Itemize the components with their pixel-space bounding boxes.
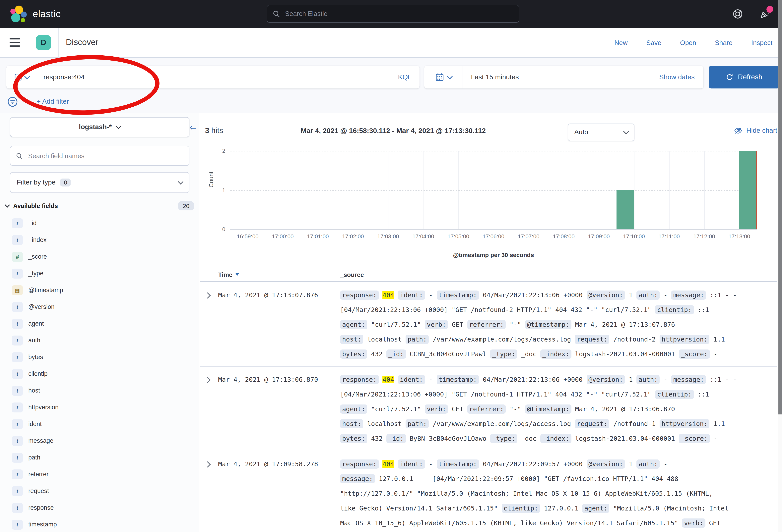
source-field-key: @version: <box>586 459 625 469</box>
source-field-value: - <box>429 460 433 468</box>
source-field-value-highlighted: 404 <box>383 291 394 299</box>
filter-by-type-select[interactable]: Filter by type 0 <box>10 172 189 193</box>
top-nav-menu: New Save Open Share Inspect <box>614 28 777 58</box>
sidebar-field-agent[interactable]: t agent <box>6 315 194 332</box>
source-field-value: /var/www/example.com/logs/access.log <box>433 336 571 343</box>
source-field-value: - <box>664 376 667 383</box>
source-field-value: Mar 4, 2021 @ 17:13:06.870 <box>575 405 675 413</box>
source-field-key: @timestamp: <box>525 320 571 329</box>
expand-document-icon[interactable] <box>204 377 211 383</box>
sidebar-field-_type[interactable]: t _type <box>6 265 194 282</box>
sidebar-field-auth[interactable]: t auth <box>6 332 194 349</box>
query-text[interactable]: response:404 <box>37 73 390 81</box>
time-range-value[interactable]: Last 15 minutes <box>471 73 519 81</box>
source-field-value: _doc <box>521 350 537 358</box>
source-field-value: 432 <box>371 435 383 442</box>
table-header: Time _source <box>200 268 777 282</box>
x-tick-label: 17:07:00 <box>518 233 539 239</box>
source-field-value: 432 <box>371 350 383 358</box>
source-field-key: @version: <box>586 291 625 300</box>
expand-document-icon[interactable] <box>204 292 211 299</box>
source-field-value: 04/Mar/2021:22:13:06 +0000 <box>483 291 582 299</box>
share-button[interactable]: Share <box>715 39 733 47</box>
query-bar-region: response:404 KQL Last 15 minutes Show da… <box>0 58 782 113</box>
show-dates-button[interactable]: Show dates <box>659 73 695 81</box>
sidebar-field-ident[interactable]: t ident <box>6 416 194 432</box>
sidebar-field-timestamp[interactable]: t timestamp <box>6 516 194 532</box>
sidebar-field-bytes[interactable]: t bytes <box>6 349 194 366</box>
index-pattern-selector[interactable]: logstash-* <box>10 117 189 137</box>
doc-source: response: 404 ident: - timestamp: 04/Mar… <box>340 457 777 530</box>
doc-time: Mar 4, 2021 @ 17:13:06.870 <box>218 372 340 446</box>
source-field-key: message: <box>671 291 706 300</box>
sidebar-field-referrer[interactable]: t referrer <box>6 466 194 483</box>
refresh-button[interactable]: Refresh <box>709 66 780 88</box>
sidebar-field-_id[interactable]: t _id <box>6 215 194 231</box>
sidebar-field-message[interactable]: t message <box>6 432 194 449</box>
source-column-header[interactable]: _source <box>340 271 777 278</box>
histogram-plot[interactable] <box>230 151 757 230</box>
date-quick-select-button[interactable] <box>424 66 463 88</box>
hide-chart-button[interactable]: Hide chart <box>734 126 777 135</box>
sidebar-field-httpversion[interactable]: t httpversion <box>6 399 194 416</box>
add-filter-button[interactable]: + Add filter <box>37 98 69 106</box>
source-line: [04/Mar/2021:22:13:06 +0000] "GET /notfo… <box>340 302 777 317</box>
new-button[interactable]: New <box>614 39 628 47</box>
scrollbar-thumb[interactable] <box>778 0 782 414</box>
x-tick-label: 17:05:00 <box>448 233 469 239</box>
open-button[interactable]: Open <box>680 39 696 47</box>
histogram-bar-17:13:00[interactable] <box>739 151 757 229</box>
x-tick-label: 17:02:00 <box>342 233 364 239</box>
sidebar-field-host[interactable]: t host <box>6 382 194 399</box>
sidebar-field-clientip[interactable]: t clientip <box>6 366 194 382</box>
sidebar-field-request[interactable]: t request <box>6 483 194 499</box>
help-icon[interactable] <box>733 9 743 19</box>
source-field-key: ident: <box>398 291 425 300</box>
discover-app-badge[interactable]: D <box>36 35 51 50</box>
inspect-button[interactable]: Inspect <box>751 39 773 47</box>
filter-icon[interactable] <box>7 96 18 107</box>
histogram-bar-17:09:30[interactable] <box>616 190 634 229</box>
saved-query-menu-button[interactable] <box>6 66 37 88</box>
newsfeed-icon[interactable] <box>760 9 770 19</box>
source-line: bytes: 432 _id: ByBN_3cB04dGovJLOawo _ty… <box>340 431 777 446</box>
source-field-value: 127.0.0.1 <box>544 504 578 512</box>
sidebar-field-@timestamp[interactable]: ▦ @timestamp <box>6 282 194 299</box>
sidebar-field-path[interactable]: t path <box>6 449 194 466</box>
x-tick-label: 17:06:00 <box>483 233 504 239</box>
expand-document-icon[interactable] <box>204 461 211 467</box>
collapse-sidebar-icon[interactable]: ⇐ <box>190 123 197 132</box>
doc-source: response: 404 ident: - timestamp: 04/Mar… <box>340 372 777 446</box>
source-field-key: httpversion: <box>660 335 709 344</box>
source-field-value: - <box>429 376 433 383</box>
doc-source: response: 404 ident: - timestamp: 04/Mar… <box>340 288 777 362</box>
query-input[interactable]: response:404 KQL <box>6 66 420 88</box>
source-field-key: clientip: <box>501 504 540 513</box>
x-tick-label: 17:09:00 <box>588 233 610 239</box>
time-column-header[interactable]: Time <box>218 271 340 278</box>
interval-select[interactable]: Auto <box>568 123 635 141</box>
field-type-date-icon: ▦ <box>12 285 23 295</box>
save-button[interactable]: Save <box>646 39 662 47</box>
sort-desc-icon[interactable] <box>235 273 239 277</box>
gridline <box>230 190 757 191</box>
sidebar-field-_index[interactable]: t _index <box>6 231 194 248</box>
x-axis-ticks: 16:59:0017:00:0017:01:0017:02:0017:03:00… <box>230 233 757 241</box>
sidebar-field-response[interactable]: t response <box>6 499 194 516</box>
available-fields-header[interactable]: Available fields 20 <box>6 201 194 211</box>
source-field-key: timestamp: <box>436 291 479 300</box>
global-search-box[interactable] <box>267 5 519 23</box>
source-field-key: _index: <box>540 434 571 443</box>
field-search-input[interactable] <box>27 152 183 160</box>
vertical-scrollbar[interactable] <box>778 0 782 532</box>
notification-badge <box>767 6 773 13</box>
filter-divider: — <box>24 98 31 106</box>
source-field-value-highlighted: 404 <box>383 460 394 468</box>
sidebar-field-@version[interactable]: t @version <box>6 299 194 315</box>
elastic-brand[interactable]: elastic <box>10 6 61 22</box>
field-search-box[interactable] <box>10 146 189 166</box>
query-language-button[interactable]: KQL <box>390 66 420 88</box>
menu-icon[interactable] <box>9 38 20 47</box>
sidebar-field-_score[interactable]: # _score <box>6 248 194 265</box>
global-search-input[interactable] <box>284 9 513 18</box>
